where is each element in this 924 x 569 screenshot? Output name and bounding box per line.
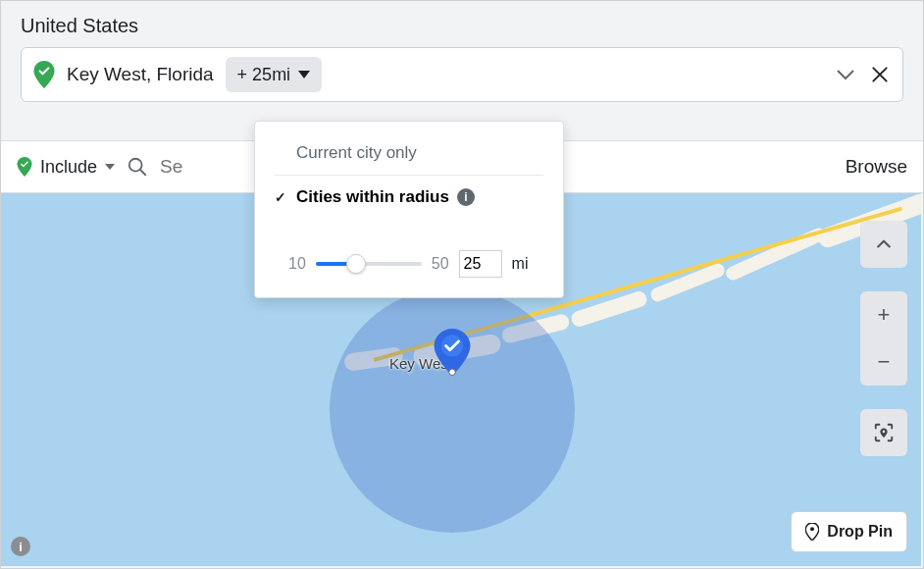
drop-pin-button[interactable]: Drop Pin (791, 511, 907, 552)
slider-thumb[interactable] (346, 254, 366, 274)
svg-point-3 (883, 431, 886, 434)
map-pin-check-icon (17, 157, 32, 177)
checkmark-icon: ✓ (275, 189, 288, 205)
radius-slider[interactable] (316, 262, 422, 266)
map-collapse-button[interactable] (860, 221, 907, 268)
search-icon[interactable] (127, 156, 148, 178)
svg-point-2 (449, 369, 455, 375)
include-label: Include (40, 157, 97, 178)
radius-circle (330, 287, 575, 533)
caret-down-icon (298, 71, 310, 78)
map-marker-pin-icon[interactable] (434, 329, 471, 376)
location-chip-row: Key West, Florida + 25mi (21, 47, 903, 102)
location-name: Key West, Florida (67, 64, 214, 85)
zoom-out-button[interactable]: − (860, 338, 907, 386)
close-icon[interactable] (869, 64, 891, 85)
info-icon[interactable]: i (457, 188, 475, 206)
radius-chip[interactable]: + 25mi (226, 57, 323, 92)
drop-pin-label: Drop Pin (827, 523, 893, 541)
caret-down-icon (105, 164, 115, 170)
chevron-down-icon[interactable] (834, 63, 857, 86)
browse-button[interactable]: Browse (846, 156, 907, 178)
option-current-city[interactable]: Current city only (275, 135, 543, 171)
svg-point-4 (810, 527, 814, 531)
radius-slider-row: 10 50 mi (275, 250, 543, 278)
zoom-in-button[interactable]: + (860, 291, 907, 338)
location-search-input[interactable] (160, 156, 219, 178)
radius-value-input[interactable] (459, 250, 502, 278)
slider-min-label: 10 (288, 255, 306, 273)
radius-popover: Current city only ✓ Cities within radius… (254, 121, 564, 298)
option-radius-label: Cities within radius (296, 187, 449, 207)
include-dropdown[interactable]: Include (17, 157, 115, 178)
slider-max-label: 50 (432, 255, 449, 273)
option-current-city-label: Current city only (296, 143, 417, 163)
map-pin-check-icon (33, 61, 55, 88)
country-label: United States (21, 15, 903, 37)
option-cities-within-radius[interactable]: ✓ Cities within radius i (275, 180, 543, 215)
map-info-icon[interactable]: i (11, 537, 30, 556)
radius-chip-label: + 25mi (237, 65, 291, 85)
slider-unit-label: mi (512, 255, 529, 273)
locate-button[interactable] (860, 409, 907, 456)
